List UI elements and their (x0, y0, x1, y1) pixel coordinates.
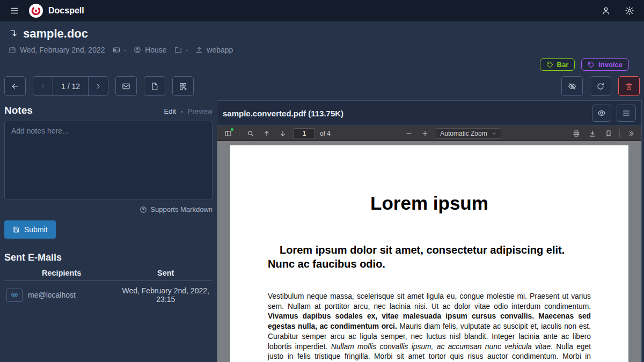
item-correspondent-text: - (124, 46, 127, 54)
bookmark-icon (605, 130, 612, 137)
tag-invoice[interactable]: Invoice (581, 58, 629, 71)
tag-invoice-label: Invoice (598, 61, 623, 69)
pdf-prev-page-button[interactable] (259, 127, 274, 140)
chevron-right-icon (94, 83, 102, 90)
brand-name: Docspell (48, 6, 84, 16)
pdf-page-count: of 4 (320, 130, 331, 137)
col-sent: Sent (119, 264, 213, 281)
user-menu-button[interactable] (600, 5, 612, 17)
plus-icon (421, 130, 429, 137)
item-concerning-text: House (145, 46, 166, 54)
search-icon (247, 130, 254, 137)
upload-icon (195, 46, 203, 54)
arrow-left-icon (11, 82, 19, 91)
pdf-page-input[interactable] (294, 128, 315, 138)
tag-bar-label: Bar (557, 61, 569, 69)
pdf-more-tools-button[interactable] (624, 127, 638, 140)
hamburger-icon (622, 109, 631, 117)
email-recipient: me@localhost (28, 291, 76, 299)
item-meta: Wed, February 2nd, 2022 - House - webapp (9, 46, 635, 54)
email-row: me@localhost Wed, February 2nd, 2022, 23… (4, 281, 213, 307)
notes-title: Notes (4, 105, 33, 116)
folder-icon (174, 46, 182, 54)
page-indicator: 1 / 12 (53, 76, 89, 96)
pdf-page: Lorem ipsum Lorem ipsum dolor sit amet, … (230, 145, 628, 362)
send-mail-button[interactable] (115, 76, 137, 96)
eye-icon (597, 109, 606, 117)
chevron-down-icon (492, 131, 497, 136)
pdf-bookmark-button[interactable] (601, 127, 616, 140)
main-content: Notes Edit • Preview Supports Markdown S… (0, 100, 644, 362)
refresh-icon (596, 82, 605, 91)
printer-icon (573, 130, 580, 137)
attachment-menu-button[interactable] (617, 105, 636, 122)
double-chevron-right-icon (627, 130, 635, 137)
view-email-button[interactable] (6, 289, 23, 302)
tag-bar[interactable]: Bar (540, 58, 575, 71)
preview-toggle-button[interactable] (592, 105, 611, 122)
save-icon (12, 226, 20, 233)
envelope-icon (122, 82, 130, 91)
item-source: webapp (195, 46, 233, 54)
pdf-search-button[interactable] (243, 127, 258, 140)
zoom-in-button[interactable] (418, 127, 432, 140)
tags-row: Bar Invoice (9, 54, 635, 71)
question-circle-icon (140, 206, 147, 213)
notes-textarea[interactable] (4, 121, 213, 200)
docspell-logo-icon (29, 4, 43, 18)
doc-paragraph-italic: Nullam mollis convallis ipsum, ac accums… (331, 343, 553, 351)
eye-icon (11, 291, 18, 299)
sidebar-status-dot (231, 128, 233, 131)
navbar-right (600, 5, 635, 17)
pdf-content-area[interactable]: Lorem ipsum Lorem ipsum dolor sit amet, … (217, 141, 641, 362)
pdf-download-button[interactable] (585, 127, 599, 140)
tag-icon (546, 61, 553, 68)
notes-header: Notes Edit • Preview (4, 105, 213, 116)
hamburger-icon (10, 6, 19, 16)
reprocess-button[interactable] (590, 76, 611, 96)
left-panel: Notes Edit • Preview Supports Markdown S… (4, 100, 213, 362)
prev-item-button[interactable] (33, 76, 53, 96)
pdf-print-button[interactable] (569, 127, 583, 140)
settings-button[interactable] (624, 5, 635, 17)
next-item-button[interactable] (88, 76, 108, 96)
doc-subheading: Lorem ipsum dolor sit amet, consectetur … (268, 243, 591, 271)
sent-emails-title: Sent E-Mails (4, 252, 213, 263)
notes-links: Edit • Preview (164, 107, 213, 115)
item-folder-text: - (186, 46, 188, 54)
notes-edit-link[interactable]: Edit (164, 107, 175, 115)
attach-file-button[interactable] (144, 76, 165, 96)
action-bar: 1 / 12 (0, 71, 644, 100)
back-button[interactable] (4, 76, 26, 96)
emails-header-row: Recipients Sent (4, 264, 213, 281)
submit-button[interactable]: Submit (4, 220, 56, 239)
zoom-out-button[interactable] (401, 127, 416, 140)
address-card-icon (113, 46, 120, 54)
file-icon (150, 82, 159, 91)
notes-preview-link[interactable]: Preview (188, 107, 213, 115)
tag-icon (588, 61, 595, 68)
pdf-sidebar-toggle-button[interactable] (221, 127, 235, 140)
sent-emails-table: Recipients Sent me@localhost Wed, Febru (4, 264, 213, 307)
arrow-down-icon (279, 130, 287, 137)
toolbar-divider (239, 129, 239, 138)
zoom-select[interactable]: Automatic Zoom (436, 128, 501, 139)
eye-slash-icon (568, 82, 576, 91)
qr-code-button[interactable] (172, 76, 194, 96)
item-source-text: webapp (207, 46, 233, 54)
toolbar-divider (619, 129, 620, 138)
item-title-text: sample.doc (23, 27, 88, 41)
brand[interactable]: Docspell (29, 4, 84, 18)
item-pagination: 1 / 12 (33, 76, 108, 96)
unconfirm-button[interactable] (561, 76, 583, 96)
arrow-turn-down-icon (9, 29, 18, 39)
pdf-next-page-button[interactable] (275, 127, 290, 140)
delete-button[interactable] (618, 76, 640, 96)
left-actions: 1 / 12 (4, 76, 194, 96)
person-icon (134, 46, 141, 54)
doc-heading: Lorem ipsum (268, 193, 591, 214)
attachment-filename: sample.converted.pdf (113.75K) (223, 109, 343, 118)
download-icon (589, 130, 596, 137)
sidebar-menu-button[interactable] (9, 5, 20, 17)
email-recipient-cell: me@localhost (6, 289, 116, 302)
